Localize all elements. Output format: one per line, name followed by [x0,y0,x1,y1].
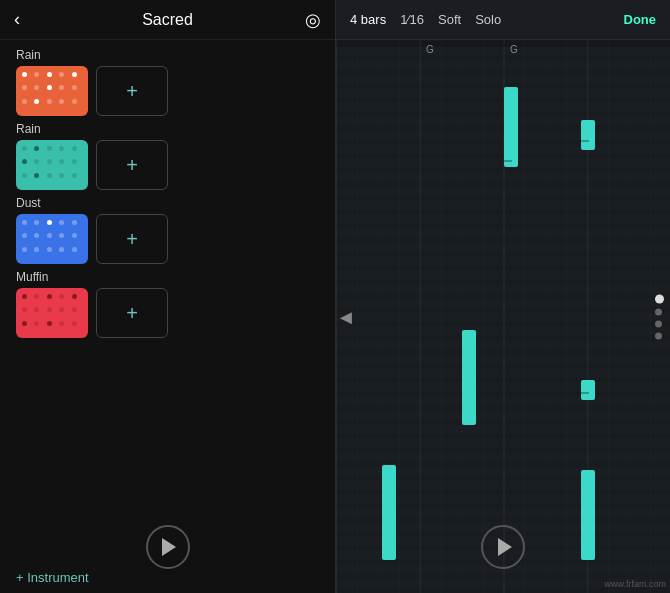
pad-dot [22,159,27,164]
pad-dot [34,146,39,151]
pad-dot [72,173,77,178]
page-title: Sacred [142,11,193,29]
pad-dot [59,159,64,164]
pad-dot [59,233,64,238]
pad-dot [47,247,52,252]
scroll-dot-active [655,294,664,303]
pad-dot [47,307,52,312]
pad-dot [47,220,52,225]
scroll-dot [655,308,662,315]
svg-text:G: G [510,44,518,55]
pad-dot [72,72,77,77]
add-track-btn-rain2[interactable]: + [96,140,168,190]
pad-dot [72,294,77,299]
pad-dot [34,247,39,252]
svg-rect-14 [581,140,589,142]
instrument-pad-muffin[interactable] [16,288,88,338]
scroll-left-arrow[interactable]: ◄ [336,305,356,328]
pad-dot [47,294,52,299]
svg-rect-16 [581,380,595,400]
piano-roll[interactable]: G G ◄ [336,40,670,593]
svg-rect-12 [581,120,595,150]
watermark: www.frfam.com [604,579,666,589]
solo-toggle[interactable]: Solo [475,12,501,27]
pad-dot [47,159,52,164]
pad-dot [59,321,64,326]
instrument-row-muffin: + [16,288,319,338]
svg-rect-15 [462,330,476,425]
pad-dot [22,99,27,104]
instrument-section-rain1: Rain [16,48,319,116]
settings-icon[interactable]: ◎ [305,9,321,31]
pad-dot [34,321,39,326]
pad-dot [59,72,64,77]
done-button[interactable]: Done [624,12,657,27]
pad-dot [34,72,39,77]
pad-dot [72,220,77,225]
pad-dot [22,72,27,77]
soft-toggle[interactable]: Soft [438,12,461,27]
instruments-list: Rain [0,40,335,562]
instrument-section-rain2: Rain [16,122,319,190]
instrument-label-rain2: Rain [16,122,319,136]
pad-dot [47,99,52,104]
pad-dot [22,294,27,299]
instrument-section-muffin: Muffin [16,270,319,338]
scroll-dots [655,294,664,339]
pad-dot [72,321,77,326]
pad-dot [47,321,52,326]
right-header: 4 bars 1⁄16 Soft Solo Done [336,0,670,40]
pad-dot [47,173,52,178]
pad-dot [72,233,77,238]
instrument-label-dust: Dust [16,196,319,210]
instrument-row-dust: + [16,214,319,264]
svg-rect-18 [382,465,396,560]
pad-dot [59,99,64,104]
instrument-pad-dust[interactable] [16,214,88,264]
pad-dot [34,307,39,312]
pad-dot [34,99,39,104]
pad-dot [72,307,77,312]
instrument-pad-rain1[interactable] [16,66,88,116]
pad-dot [59,173,64,178]
pad-dot [22,146,27,151]
pad-dot [47,85,52,90]
pad-dot [34,173,39,178]
pad-dot [34,233,39,238]
pad-dot [22,220,27,225]
pad-dot [59,85,64,90]
add-track-btn-muffin[interactable]: + [96,288,168,338]
piano-roll-grid: G G [336,40,670,593]
pad-dot [22,247,27,252]
pad-dot [22,307,27,312]
pad-dot [59,220,64,225]
instrument-pad-rain2[interactable] [16,140,88,190]
pad-dot [72,159,77,164]
back-icon[interactable]: ‹ [14,9,20,30]
pad-dot [47,146,52,151]
svg-text:G: G [426,44,434,55]
play-button-right[interactable] [481,525,525,569]
svg-rect-19 [581,470,595,560]
pad-dot [59,307,64,312]
add-track-btn-dust[interactable]: + [96,214,168,264]
instrument-row-rain1: + [16,66,319,116]
instrument-section-dust: Dust [16,196,319,264]
play-icon-right [498,538,512,556]
scroll-dot [655,332,662,339]
pad-dot [34,85,39,90]
pad-dot [72,85,77,90]
quantize-selector[interactable]: 1⁄16 [400,12,424,27]
play-icon-left [162,538,176,556]
pad-dot [22,173,27,178]
bars-selector[interactable]: 4 bars [350,12,386,27]
pad-dot [34,220,39,225]
pad-dot [34,294,39,299]
play-button-left[interactable] [146,525,190,569]
add-track-btn-rain1[interactable]: + [96,66,168,116]
instrument-row-rain2: + [16,140,319,190]
instrument-label-muffin: Muffin [16,270,319,284]
svg-rect-11 [504,87,518,167]
pad-dot [22,321,27,326]
svg-rect-17 [581,392,589,394]
